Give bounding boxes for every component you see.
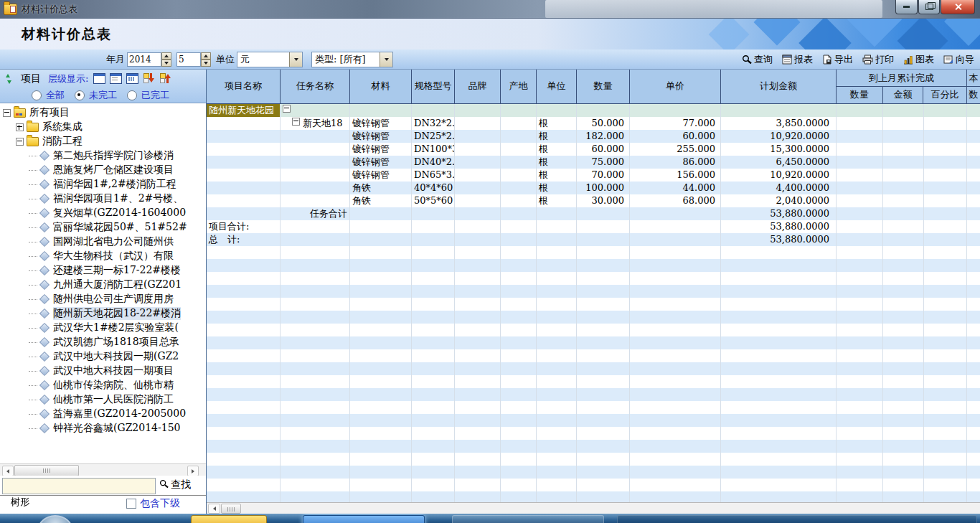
tree-item[interactable]: 益海嘉里(GZ2014-2005000 <box>0 407 206 421</box>
tree-item[interactable]: 还建楼三期一标17-22#楼楼 <box>0 263 206 278</box>
scrollbar-thumb[interactable] <box>14 465 79 476</box>
taskbar-item[interactable] <box>452 515 604 523</box>
tree-item[interactable]: 复兴烟草(GZ2014-1604000 <box>0 206 206 220</box>
radio-unfinished-label[interactable]: 未完工 <box>89 89 117 102</box>
tree-item[interactable]: 恩施复烤厂仓储区建设项目 <box>0 163 206 177</box>
column-header-task[interactable]: 任务名称 <box>281 70 350 103</box>
month-input[interactable]: 5 <box>176 52 201 67</box>
table-row[interactable]: 任务合计53,880.0000 <box>207 207 980 220</box>
radio-all[interactable] <box>32 90 42 100</box>
column-header-qty[interactable]: 数量 <box>577 70 630 103</box>
include-sub-checkbox[interactable] <box>126 499 136 509</box>
wizard-button[interactable]: 向导 <box>943 53 974 66</box>
scroll-left-icon[interactable] <box>208 504 220 514</box>
table-row[interactable] <box>207 479 980 491</box>
table-horizontal-scrollbar[interactable] <box>207 502 980 514</box>
table-row[interactable] <box>207 311 980 324</box>
radio-finished[interactable] <box>127 90 137 100</box>
expand-icon[interactable] <box>16 123 24 131</box>
query-button[interactable]: 查询 <box>742 53 773 66</box>
radio-unfinished[interactable] <box>75 90 85 100</box>
export-button[interactable]: 导出 <box>822 53 853 66</box>
column-header-unit[interactable]: 单位 <box>537 70 577 103</box>
scrollbar-thumb[interactable] <box>221 504 241 514</box>
list-view-icon[interactable] <box>110 73 122 84</box>
table-row[interactable] <box>207 285 980 298</box>
tree-item[interactable]: 随州新天地花园18-22#楼消 <box>0 306 206 321</box>
radio-all-label[interactable]: 全部 <box>46 89 65 102</box>
spinner-down-icon[interactable] <box>161 60 171 67</box>
table-row[interactable] <box>207 362 980 375</box>
table-row[interactable]: 角铁40*4*60根100.00044.0004,400.0000 <box>207 182 980 194</box>
radio-finished-label[interactable]: 已完工 <box>141 89 169 102</box>
table-row[interactable] <box>207 349 980 362</box>
collapse-icon[interactable] <box>292 118 300 126</box>
sub-header-percent[interactable]: 百分比 <box>923 87 966 103</box>
windows-taskbar[interactable] <box>0 514 980 523</box>
tree-item[interactable]: 武汉中地大科技园一期项目 <box>0 364 206 378</box>
start-button[interactable] <box>37 515 73 523</box>
search-input[interactable] <box>2 478 156 494</box>
month-spinner[interactable] <box>201 52 211 67</box>
scroll-right-icon[interactable] <box>187 466 199 476</box>
tree-item[interactable]: 九州通大厦消防工程(GZ201 <box>0 278 206 292</box>
spinner-up-icon[interactable] <box>201 52 211 60</box>
include-sub-label[interactable]: 包含下级 <box>140 497 180 510</box>
column-header-origin[interactable]: 产地 <box>501 70 537 103</box>
table-row[interactable] <box>207 466 980 479</box>
taskbar-folder-item[interactable] <box>191 515 267 523</box>
table-row[interactable] <box>207 272 980 285</box>
sort-ascending-icon[interactable] <box>160 73 171 84</box>
table-row[interactable] <box>207 491 980 502</box>
table-row[interactable]: 总 计:53,880.0000 <box>207 233 980 246</box>
column-header-amount[interactable]: 计划金额 <box>721 70 837 103</box>
collapse-icon[interactable] <box>283 105 291 113</box>
tree-item[interactable]: 武汉华大1#楼2层实验室装( <box>0 321 206 335</box>
tree-item[interactable]: 仙桃市第一人民医院消防工 <box>0 392 206 407</box>
unit-select[interactable]: 元 <box>237 52 303 67</box>
table-row[interactable]: 镀锌钢管DN65*3.根70.000156.00010,920.0000 <box>207 169 980 182</box>
year-spinner[interactable] <box>161 52 171 67</box>
table-row[interactable] <box>207 414 980 427</box>
table-row[interactable]: 角铁50*5*60根30.00068.0002,040.0000 <box>207 194 980 207</box>
minimize-button[interactable] <box>895 0 918 14</box>
column-header-spec[interactable]: 规格型号 <box>412 70 455 103</box>
sub-header-qty[interactable]: 数量 <box>837 87 883 103</box>
table-row[interactable] <box>207 246 980 259</box>
swap-vertical-icon[interactable] <box>4 74 12 84</box>
taskbar-item[interactable] <box>617 515 977 523</box>
type-select[interactable]: 类型: [所有] <box>311 52 393 67</box>
table-row[interactable] <box>207 401 980 414</box>
table-row[interactable] <box>207 427 980 440</box>
find-button[interactable]: 查找 <box>155 478 195 492</box>
tree-item[interactable]: 国网湖北省电力公司随州供 <box>0 235 206 249</box>
tree-item[interactable]: 富丽华城花园50#、51#52# <box>0 220 206 235</box>
collapse-icon[interactable] <box>3 109 11 117</box>
print-button[interactable]: 打印 <box>862 53 894 66</box>
sub-header-amount[interactable]: 金额 <box>883 87 924 103</box>
report-button[interactable]: 报表 <box>782 53 813 66</box>
spinner-up-icon[interactable] <box>161 52 171 60</box>
tree-item[interactable]: 福润华园1#,2#楼消防工程 <box>0 177 206 192</box>
table-row[interactable] <box>207 440 980 453</box>
table-row[interactable]: 项目合计:53,880.0000 <box>207 220 980 233</box>
table-row[interactable] <box>207 336 980 349</box>
scroll-left-icon[interactable] <box>2 466 14 476</box>
sidebar-horizontal-scrollbar[interactable] <box>0 463 206 476</box>
column-header-project[interactable]: 项目名称 <box>207 70 281 103</box>
tree-item[interactable]: 武汉中地大科技园一期(GZ2 <box>0 349 206 364</box>
table-row[interactable] <box>207 388 980 401</box>
table-row[interactable]: 镀锌钢管DN40*2.根75.00086.0006,450.0000 <box>207 156 980 169</box>
column-header-price[interactable]: 单价 <box>630 70 721 103</box>
table-row[interactable] <box>207 324 980 336</box>
close-button[interactable] <box>941 0 975 14</box>
tree-folder[interactable]: 消防工程 <box>0 134 206 149</box>
year-input[interactable]: 2014 <box>127 52 161 67</box>
tree-item[interactable]: 华大生物科技（武汉）有限 <box>0 249 206 263</box>
table-row[interactable] <box>207 453 980 466</box>
chevron-down-icon[interactable] <box>289 52 302 67</box>
tree-item[interactable]: 仙桃市传染病院、仙桃市精 <box>0 378 206 392</box>
column-header-material[interactable]: 材料 <box>350 70 412 103</box>
tree-item[interactable]: 随州供电公司生产调度用房 <box>0 292 206 306</box>
group-header-label[interactable]: 到上月累计完成 <box>837 70 966 87</box>
